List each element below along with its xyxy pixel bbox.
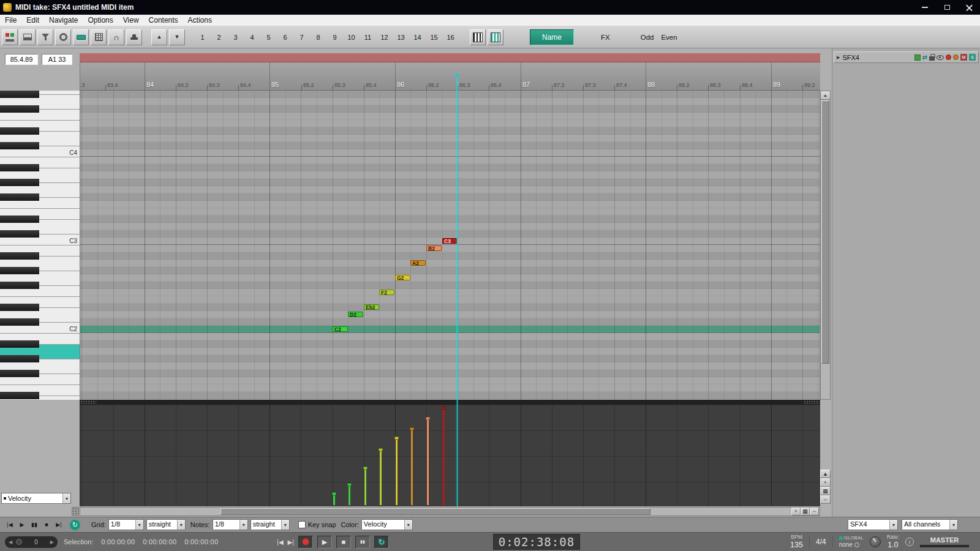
vzoom-fit-button[interactable]: ▦ (820, 487, 831, 495)
grid-division-dropdown[interactable]: 1/8 ▾ (108, 519, 144, 530)
velocity-handle[interactable] (426, 417, 430, 420)
velocity-handle[interactable] (379, 448, 383, 451)
channel-button-4[interactable]: 4 (244, 30, 260, 45)
notes-type-dropdown[interactable]: straight ▾ (251, 519, 290, 530)
piano-key-black[interactable] (0, 127, 39, 135)
piano-key-black[interactable] (0, 164, 39, 171)
audition-button[interactable]: ∩ (108, 29, 124, 45)
channel-button-7[interactable]: 7 (293, 30, 310, 45)
track-strip[interactable]: ▶ SFX4 ⇄ M S (834, 51, 979, 63)
scroll-up-button[interactable]: ▲ (821, 91, 830, 100)
transpose-up-button[interactable]: ▲ (151, 29, 167, 45)
channel-button-9[interactable]: 9 (326, 30, 343, 45)
velocity-bar[interactable] (349, 484, 350, 505)
repeat-button[interactable]: ↻ (374, 536, 389, 549)
channel-button-6[interactable]: 6 (277, 30, 293, 45)
midi-input-button[interactable] (2, 29, 18, 45)
sync-button[interactable]: ↻ (70, 520, 80, 530)
stop-button[interactable]: ■ (336, 536, 351, 549)
menu-item-view[interactable]: View (118, 15, 144, 26)
piano-key-black[interactable] (0, 282, 39, 289)
velocity-bar[interactable] (380, 449, 382, 505)
grid-settings-button[interactable] (91, 29, 107, 45)
key-snap-checkbox[interactable] (298, 521, 306, 528)
velocity-bar[interactable] (427, 418, 429, 505)
piano-key-black[interactable] (0, 216, 39, 223)
velocity-handle[interactable] (347, 483, 352, 486)
channel-button-16[interactable]: 16 (442, 30, 459, 45)
vzoom-out-button[interactable]: − (820, 495, 831, 504)
menu-item-navigate[interactable]: Navigate (44, 15, 83, 26)
channel-button-15[interactable]: 15 (426, 30, 442, 45)
velocity-handle[interactable] (332, 492, 336, 495)
timeline-ruler[interactable]: 83.383.48484.284.384.48585.285.385.48686… (80, 62, 820, 91)
color-mode-dropdown[interactable]: Velocity ▾ (361, 519, 413, 530)
highlighted-key[interactable] (39, 344, 80, 359)
visibility-icon[interactable] (937, 55, 944, 60)
time-signature[interactable]: 4/4 (816, 538, 826, 546)
velocity-lane[interactable] (80, 405, 820, 506)
piano-key-black[interactable] (0, 318, 39, 326)
channel-button-1[interactable]: 1 (194, 30, 211, 45)
velocity-bar[interactable] (443, 408, 445, 505)
minimize-button[interactable] (914, 0, 936, 15)
notes-division-dropdown[interactable]: 1/8 ▾ (213, 519, 248, 530)
horizontal-scrollbar[interactable]: + ▦ − (80, 507, 820, 516)
go-to-end-button[interactable]: ▶| (288, 539, 294, 545)
divider-handle[interactable] (80, 400, 96, 404)
mini-play-button[interactable]: ▶ (16, 522, 28, 528)
zoom-out-button[interactable]: − (810, 508, 819, 515)
record-arm-icon[interactable] (946, 54, 951, 60)
dock-button[interactable] (20, 29, 36, 45)
edit-cursor-marker[interactable] (454, 74, 460, 78)
piano-key-black[interactable] (0, 142, 39, 149)
maximize-button[interactable] (936, 0, 958, 15)
vzoom-in-button[interactable]: + (820, 478, 831, 487)
lock-icon[interactable] (929, 56, 935, 61)
channel-selector-dropdown[interactable]: All channels ▾ (902, 519, 958, 530)
colored-piano-view-button[interactable] (488, 29, 503, 45)
glue-notes-button[interactable] (73, 29, 89, 45)
master-section[interactable]: MASTER (920, 536, 969, 547)
mini-pause-button[interactable]: ▮▮ (28, 522, 40, 528)
zoom-in-button[interactable]: + (791, 508, 801, 515)
midi-note[interactable]: C2 (333, 326, 348, 332)
piano-key-black[interactable] (0, 252, 39, 260)
midi-note[interactable]: A2 (410, 260, 426, 266)
playrate-knob[interactable] (870, 536, 881, 547)
record-button[interactable] (298, 536, 313, 549)
lane-resize-handle[interactable] (72, 507, 79, 516)
monitor-icon[interactable] (953, 54, 959, 60)
channel-button-5[interactable]: 5 (260, 30, 277, 45)
mini-stop-button[interactable]: ■ (40, 522, 53, 528)
routing-icon[interactable]: ⇄ (922, 54, 927, 61)
piano-view-button[interactable] (470, 29, 486, 45)
piano-key-black[interactable] (0, 230, 39, 238)
info-icon[interactable]: i (905, 538, 914, 546)
hscroll-thumb[interactable] (221, 508, 650, 515)
track-color-swatch[interactable] (914, 54, 921, 61)
velocity-bar[interactable] (364, 468, 366, 505)
midi-note[interactable]: D2 (348, 312, 363, 317)
track-selector-dropdown[interactable]: SFX4 ▾ (848, 519, 898, 530)
quantize-button[interactable] (55, 29, 71, 45)
grid-type-dropdown[interactable]: straight ▾ (146, 519, 186, 530)
piano-key-black[interactable] (0, 267, 39, 274)
expand-icon[interactable]: ▶ (837, 55, 840, 60)
mute-button[interactable]: M (960, 54, 967, 61)
event-filter-button[interactable] (37, 29, 53, 45)
velocity-bar[interactable] (411, 429, 413, 505)
channel-button-14[interactable]: 14 (409, 30, 426, 45)
piano-key-black[interactable] (0, 355, 39, 362)
arrow-left-icon[interactable]: ◀ (9, 539, 12, 545)
fx-button[interactable]: FX (601, 34, 610, 41)
close-button[interactable] (958, 0, 980, 15)
channel-button-13[interactable]: 13 (393, 30, 409, 45)
mini-rewind-button[interactable]: |◀ (4, 522, 16, 528)
piano-keyboard[interactable]: C4C3C2 (0, 91, 80, 400)
arrow-right-icon[interactable]: ▶ (50, 539, 54, 545)
lane-divider[interactable] (80, 400, 820, 405)
menu-item-actions[interactable]: Actions (183, 15, 217, 26)
velocity-handle[interactable] (442, 407, 446, 410)
zoom-fit-button[interactable]: ▦ (801, 508, 810, 515)
